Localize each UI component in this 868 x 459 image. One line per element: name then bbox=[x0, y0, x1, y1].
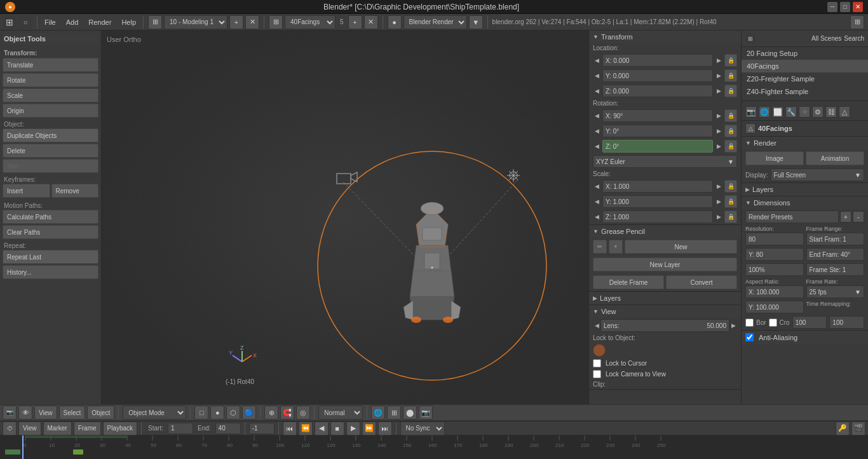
render-header[interactable]: ▼ Render bbox=[742, 137, 868, 149]
frame-step-field[interactable]: Frame Ste: 1 bbox=[806, 263, 865, 276]
view-icon[interactable]: ⊞ bbox=[745, 34, 756, 44]
timeline-track[interactable]: 0 10 20 30 40 50 60 70 80 90 1 bbox=[0, 435, 868, 459]
camera-icon[interactable]: 📷 bbox=[745, 106, 757, 118]
lock-camera-checkbox[interactable] bbox=[593, 370, 601, 378]
convert-button[interactable]: Convert bbox=[666, 275, 737, 289]
menu-add[interactable]: Add bbox=[61, 14, 84, 30]
scale-x-field[interactable]: X: 1.000 bbox=[602, 180, 713, 193]
gp-pencil-icon[interactable]: ✏ bbox=[593, 240, 607, 254]
scale-y-field[interactable]: Y: 1.000 bbox=[602, 195, 713, 208]
rot-z-arrow-r[interactable]: ▶ bbox=[715, 143, 722, 149]
mode-select[interactable]: Object Mode bbox=[123, 406, 186, 420]
fps-select[interactable]: 25 fps ▼ bbox=[806, 285, 865, 298]
join-button[interactable]: Join bbox=[3, 159, 98, 173]
renderer-select[interactable]: Blender Render bbox=[403, 15, 467, 29]
loc-y-field[interactable]: Y: 0.000 bbox=[602, 69, 713, 82]
particles-icon[interactable]: ⁘ bbox=[799, 106, 810, 118]
aspect-x-field[interactable]: X: 100.000 bbox=[745, 285, 804, 298]
object-menu-button[interactable]: Object bbox=[87, 406, 114, 420]
rot-y-lock[interactable]: 🔒 bbox=[724, 125, 737, 137]
loc-arrow-r[interactable]: ▶ bbox=[715, 57, 722, 64]
grease-pencil-header[interactable]: ▼ Grease Pencil bbox=[589, 225, 741, 238]
scale-z-field[interactable]: Z: 1.000 bbox=[602, 210, 713, 223]
menu-help[interactable]: Help bbox=[116, 14, 141, 30]
rot-z-lock[interactable]: 🔒 bbox=[724, 140, 737, 153]
tl-play-btn[interactable]: ▶ bbox=[346, 421, 360, 435]
tl-playback-button[interactable]: Playback bbox=[103, 421, 138, 435]
tl-marker-button[interactable]: Marker bbox=[43, 421, 72, 435]
menu-render[interactable]: Render bbox=[83, 14, 116, 30]
render-presets[interactable]: Render Presets bbox=[745, 210, 839, 223]
lens-arrow-l[interactable]: ◀ bbox=[593, 322, 600, 329]
tl-current-field[interactable]: -1 bbox=[249, 423, 275, 434]
res-y-field[interactable]: Y: 80 bbox=[745, 248, 804, 261]
view-header[interactable]: ▼ View bbox=[589, 305, 741, 318]
translate-button[interactable]: Translate bbox=[3, 58, 98, 72]
layers-header[interactable]: ▶ Layers bbox=[589, 292, 741, 305]
rot-y-arrow-l[interactable]: ◀ bbox=[593, 128, 600, 134]
scale-button[interactable]: Scale bbox=[3, 88, 98, 102]
scene-item-1[interactable]: 40Facings bbox=[742, 60, 868, 72]
rot-y-field[interactable]: Y: 0° bbox=[602, 125, 713, 137]
lock-cursor-checkbox[interactable] bbox=[593, 359, 601, 367]
new-layer-button[interactable]: New Layer bbox=[593, 257, 737, 271]
del-layer[interactable]: ✕ bbox=[364, 15, 378, 29]
global-icon[interactable]: 🌐 bbox=[371, 406, 385, 420]
tl-icon[interactable]: ⏱ bbox=[3, 421, 17, 435]
scale-z-lock[interactable]: 🔒 bbox=[724, 210, 737, 223]
tl-view-button[interactable]: View bbox=[18, 421, 41, 435]
view-button[interactable]: View bbox=[34, 406, 57, 420]
loc-y-arrow-l[interactable]: ◀ bbox=[593, 72, 600, 79]
clear-paths-button[interactable]: Clear Paths bbox=[3, 225, 98, 239]
gp-add-icon[interactable]: + bbox=[609, 240, 623, 254]
remap-new-field[interactable]: 100 bbox=[829, 316, 864, 329]
scale-y-arrow-l[interactable]: ◀ bbox=[593, 198, 600, 205]
rendered-icon[interactable]: 🔵 bbox=[242, 406, 256, 420]
dimensions-header[interactable]: ▼ Dimensions bbox=[742, 196, 868, 209]
scale-z-arrow-r[interactable]: ▶ bbox=[715, 214, 722, 220]
loc-z-field[interactable]: Z: 0.000 bbox=[602, 85, 713, 97]
tl-end-field[interactable]: 40 bbox=[215, 423, 241, 434]
render-layers-header[interactable]: ▶ Layers bbox=[742, 183, 868, 196]
select-button[interactable]: Select bbox=[59, 406, 86, 420]
camera-view-icon[interactable]: 📷 bbox=[419, 406, 433, 420]
grid-icon[interactable]: ⊞ bbox=[387, 406, 401, 420]
add-workspace[interactable]: + bbox=[229, 15, 243, 29]
lens-arrow-r[interactable]: ▶ bbox=[729, 322, 737, 329]
constraints-icon[interactable]: ⛓ bbox=[825, 106, 837, 118]
viewport[interactable]: User Ortho bbox=[102, 31, 588, 404]
aspect-y-field[interactable]: Y: 100.000 bbox=[745, 301, 804, 313]
rot-y-arrow-r[interactable]: ▶ bbox=[715, 128, 722, 134]
rot-z-arrow-l[interactable]: ◀ bbox=[593, 143, 600, 149]
repeat-last-button[interactable]: Repeat Last bbox=[3, 250, 98, 264]
rot-x-arrow-l[interactable]: ◀ bbox=[593, 113, 600, 119]
menu-file[interactable]: File bbox=[39, 14, 61, 30]
scene-item-0[interactable]: 20 Facing Setup bbox=[742, 47, 868, 60]
loc-y-lock[interactable]: 🔒 bbox=[724, 69, 737, 82]
rotate-button[interactable]: Rotate bbox=[3, 73, 98, 87]
lens-field[interactable]: Lens: 50.000 bbox=[600, 319, 729, 332]
scale-x-lock[interactable]: 🔒 bbox=[724, 180, 737, 193]
display-select[interactable]: Full Screen ▼ bbox=[771, 168, 864, 181]
scene-item-3[interactable]: Z40-Fighter Sample bbox=[742, 85, 868, 98]
tl-keying-icon[interactable]: 🔑 bbox=[836, 421, 850, 435]
scale-z-arrow-l[interactable]: ◀ bbox=[593, 214, 600, 220]
gp-new-button[interactable]: New bbox=[625, 240, 737, 254]
cro-checkbox[interactable] bbox=[769, 319, 777, 327]
aa-header[interactable]: Anti-Aliasing bbox=[742, 331, 868, 344]
tl-anim-icon[interactable]: 🎬 bbox=[851, 421, 865, 435]
tl-start-btn[interactable]: ⏮ bbox=[283, 421, 297, 435]
tl-end-btn[interactable]: ⏭ bbox=[378, 421, 392, 435]
history-button[interactable]: History... bbox=[3, 265, 98, 279]
remove-button[interactable]: Remove bbox=[51, 184, 99, 198]
delete-frame-button[interactable]: Delete Frame bbox=[593, 275, 664, 289]
workspace-select[interactable]: 10 - Modeling 1 bbox=[164, 15, 227, 29]
tl-next-btn[interactable]: ⏩ bbox=[362, 421, 376, 435]
texture-icon[interactable]: ⬡ bbox=[226, 406, 240, 420]
modifier-icon[interactable]: 🔧 bbox=[785, 106, 797, 118]
snap-icon[interactable]: 🧲 bbox=[280, 406, 294, 420]
layer-select[interactable]: 40Facings bbox=[285, 15, 336, 29]
minimize-button[interactable]: ─ bbox=[827, 2, 837, 12]
world-icon[interactable]: 🌐 bbox=[759, 106, 770, 118]
tl-sync-select[interactable]: No Sync bbox=[400, 421, 445, 435]
